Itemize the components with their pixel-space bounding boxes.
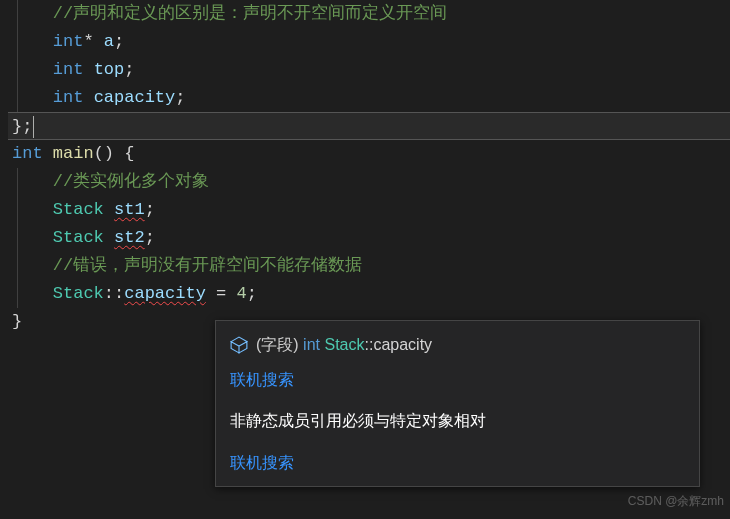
type-name: Stack [53, 200, 104, 219]
watermark: CSDN @余辉zmh [628, 487, 724, 515]
keyword-int: int [53, 32, 84, 51]
tooltip-search-link[interactable]: 联机搜索 [216, 443, 699, 482]
tooltip-error-message: 非静态成员引用必须与特定对象相对 [216, 399, 699, 442]
keyword-int: int [53, 88, 84, 107]
field-icon [230, 336, 248, 354]
hover-tooltip: (字段) int Stack::capacity 联机搜索 非静态成员引用必须与… [215, 320, 700, 487]
tooltip-kind-label: (字段) [256, 336, 299, 353]
tooltip-class-name: Stack [324, 336, 364, 353]
keyword-int: int [53, 60, 84, 79]
variable-error: st2 [114, 228, 145, 247]
code-line: int main() { [8, 140, 730, 168]
tooltip-member-name: capacity [373, 336, 432, 353]
number-literal: 4 [236, 284, 246, 303]
tooltip-search-link[interactable]: 联机搜索 [216, 360, 699, 399]
keyword-int: int [12, 144, 43, 163]
type-name: Stack [53, 228, 104, 247]
code-line: int capacity; [8, 84, 730, 112]
code-line: int* a; [8, 28, 730, 56]
comment: //错误，声明没有开辟空间不能存储数据 [53, 256, 362, 275]
variable: a [104, 32, 114, 51]
code-line: //类实例化多个对象 [8, 168, 730, 196]
current-line: }; [8, 112, 730, 140]
text-cursor [33, 116, 34, 138]
code-line: Stack st1; [8, 196, 730, 224]
code-editor[interactable]: //声明和定义的区别是：声明不开空间而定义开空间 int* a; int top… [0, 0, 730, 336]
tooltip-type-keyword: int [303, 336, 320, 353]
code-line: Stack st2; [8, 224, 730, 252]
comment: //声明和定义的区别是：声明不开空间而定义开空间 [53, 4, 447, 23]
type-name: Stack [53, 284, 104, 303]
tooltip-signature: (字段) int Stack::capacity [216, 325, 699, 360]
comment: //类实例化多个对象 [53, 172, 209, 191]
code-line: //错误，声明没有开辟空间不能存储数据 [8, 252, 730, 280]
variable: top [94, 60, 125, 79]
member-error: capacity [124, 284, 206, 303]
variable-error: st1 [114, 200, 145, 219]
function-name: main [53, 144, 94, 163]
code-line: int top; [8, 56, 730, 84]
code-line: Stack::capacity = 4; [8, 280, 730, 308]
variable: capacity [94, 88, 176, 107]
code-line: //声明和定义的区别是：声明不开空间而定义开空间 [8, 0, 730, 28]
